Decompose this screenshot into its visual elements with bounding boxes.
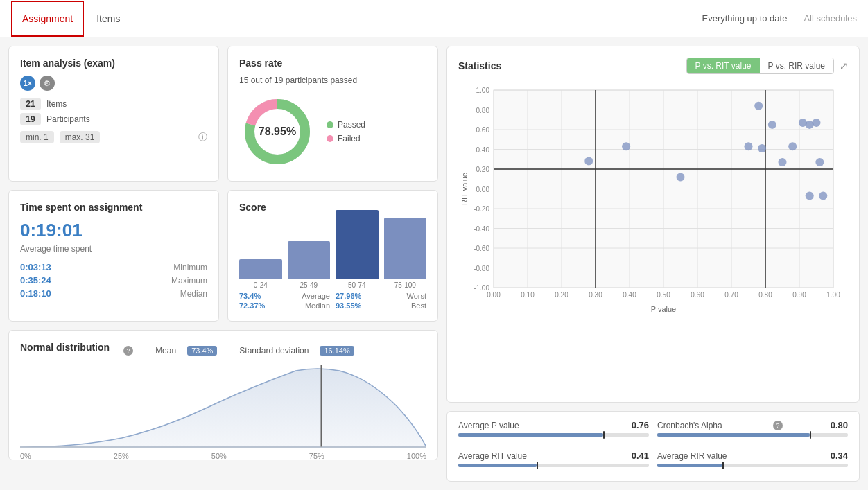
cronbach-fill xyxy=(657,433,810,437)
svg-text:0.60: 0.60 xyxy=(691,291,704,299)
btn-p-rir[interactable]: P vs. RIR value xyxy=(760,58,833,73)
statistics-header: Statistics P vs. RIT value P vs. RIR val… xyxy=(458,58,848,74)
score-worst-val: 27.96% xyxy=(336,292,361,300)
btn-p-rit[interactable]: P vs. RIT value xyxy=(687,58,760,73)
avg-rir-fill xyxy=(657,464,722,467)
range-row: min. 1 max. 31 ⓘ xyxy=(20,131,207,143)
svg-text:0.20: 0.20 xyxy=(476,166,490,173)
pass-rate-subtitle: 15 out of 19 participants passed xyxy=(239,76,426,85)
x-label-25: 25% xyxy=(114,452,129,460)
svg-text:0.20: 0.20 xyxy=(555,291,568,299)
legend-failed-label: Failed xyxy=(338,134,361,143)
score-title: Score xyxy=(239,202,426,213)
svg-text:-0.80: -0.80 xyxy=(474,265,489,272)
svg-text:-1.00: -1.00 xyxy=(474,284,489,292)
x-label-50: 50% xyxy=(211,452,227,460)
min-pill: min. 1 xyxy=(20,131,54,143)
svg-text:RIT value: RIT value xyxy=(460,173,469,205)
maximum-value: 0:35:24 xyxy=(20,275,51,286)
header: Assignment Items Everything up to date A… xyxy=(0,0,868,37)
all-schedules-link[interactable]: All schedules xyxy=(804,13,857,24)
items-count: 21 xyxy=(20,98,41,110)
toggle-group: P vs. RIT value P vs. RIR value xyxy=(686,58,834,74)
avg-rit-marker xyxy=(537,462,538,469)
bottom-stats: Average P value 0.76 Cronbach's Alpha ? … xyxy=(446,411,860,482)
tab-assignment[interactable]: Assignment xyxy=(11,1,84,37)
bar-0-24 xyxy=(239,259,282,279)
left-column: Item analysis (exam) 1× ⚙ 21 Items 19 Pa… xyxy=(8,46,438,482)
score-avg-val: 73.4% xyxy=(239,292,261,300)
bar-label-0-24: 0-24 xyxy=(254,281,268,289)
avg-p-fill xyxy=(458,433,603,437)
sd-value: 16.14% xyxy=(320,346,354,356)
svg-text:0.70: 0.70 xyxy=(724,291,738,299)
x-label-100: 100% xyxy=(407,452,426,460)
bar-label-75-100: 75-100 xyxy=(394,281,416,289)
main-content: Item analysis (exam) 1× ⚙ 21 Items 19 Pa… xyxy=(0,37,868,490)
scatter-dot-10 xyxy=(584,157,593,166)
svg-text:1.00: 1.00 xyxy=(826,291,840,299)
avg-p-marker xyxy=(603,431,605,439)
svg-text:0.10: 0.10 xyxy=(521,291,535,299)
score-row-2a: 72.37% Median xyxy=(239,301,330,310)
score-median-val: 72.37% xyxy=(239,301,265,310)
score-best-label: Best xyxy=(411,301,426,310)
maximum-label: Maximum xyxy=(171,276,207,286)
badge-settings: ⚙ xyxy=(40,76,55,91)
donut-chart: 78.95% xyxy=(239,94,315,170)
bar-group-75-100: 75-100 xyxy=(384,218,427,289)
svg-text:0.50: 0.50 xyxy=(657,291,670,299)
avg-rit-bar xyxy=(458,464,649,467)
info-icon[interactable]: ⓘ xyxy=(198,131,207,143)
minimum-label: Minimum xyxy=(173,263,207,272)
normal-help-icon[interactable]: ? xyxy=(123,346,133,356)
legend-passed-label: Passed xyxy=(338,120,365,130)
expand-icon[interactable]: ⤢ xyxy=(840,60,848,71)
scatter-dot-1 xyxy=(768,121,776,129)
score-data-rows: 73.4% Average 27.96% Worst 72.37% Median… xyxy=(239,292,426,310)
time-big-value: 0:19:01 xyxy=(20,220,207,241)
bar-group-25-49: 25-49 xyxy=(288,241,331,289)
bar-75-100 xyxy=(384,218,427,279)
minimum-value: 0:03:13 xyxy=(20,262,51,272)
svg-text:-0.20: -0.20 xyxy=(474,205,489,213)
normal-dist-chart: 0% 25% 50% 75% 100% xyxy=(20,365,426,448)
median-label: Median xyxy=(180,289,207,299)
score-bars: 0-2425-4950-7475-100 xyxy=(239,220,426,289)
items-row: 21 Items xyxy=(20,98,207,110)
donut-percentage: 78.95% xyxy=(259,125,296,138)
scatter-svg: 0.000.100.200.300.400.500.600.700.800.90… xyxy=(458,80,848,315)
score-card: Score 0-2425-4950-7475-100 73.4% Average… xyxy=(227,190,438,322)
svg-text:0.00: 0.00 xyxy=(487,291,501,299)
score-avg-label: Average xyxy=(302,292,330,300)
legend-failed: Failed xyxy=(327,134,365,143)
item-analysis-title: Item analysis (exam) xyxy=(20,58,207,69)
avg-rit-value: 0.41 xyxy=(632,450,649,461)
svg-text:0.40: 0.40 xyxy=(476,146,490,154)
time-median-row: 0:18:10 Median xyxy=(20,288,207,299)
scatter-dot-6 xyxy=(813,119,821,127)
tab-items[interactable]: Items xyxy=(87,2,130,35)
x-label-75: 75% xyxy=(309,452,324,460)
header-right: Everything up to date All schedules xyxy=(702,13,857,24)
time-spent-card: Time spent on assignment 0:19:01 Average… xyxy=(8,190,219,322)
pass-rate-card: Pass rate 15 out of 19 participants pass… xyxy=(227,46,438,182)
statistics-title: Statistics xyxy=(458,60,686,71)
median-value: 0:18:10 xyxy=(20,288,51,299)
avg-rir-label: Average RIR value xyxy=(657,451,727,461)
items-label: Items xyxy=(46,99,67,109)
avg-rir-bar xyxy=(657,464,848,467)
normal-title: Normal distribution xyxy=(20,342,110,353)
cronbach-help-icon[interactable]: ? xyxy=(773,421,783,430)
item-analysis-card: Item analysis (exam) 1× ⚙ 21 Items 19 Pa… xyxy=(8,46,219,182)
scatter-dot-0 xyxy=(754,102,763,110)
avg-rit-metric: Average RIT value 0.41 xyxy=(458,450,649,467)
bar-label-25-49: 25-49 xyxy=(300,281,318,289)
scatter-plot-container: 0.000.100.200.300.400.500.600.700.800.90… xyxy=(458,80,848,317)
avg-p-value-metric: Average P value 0.76 xyxy=(458,420,649,437)
scatter-dot-14 xyxy=(758,144,766,152)
svg-text:0.40: 0.40 xyxy=(623,291,636,299)
top-row: Item analysis (exam) 1× ⚙ 21 Items 19 Pa… xyxy=(8,46,438,182)
scatter-dot-3 xyxy=(788,142,797,150)
scatter-dot-8 xyxy=(622,142,630,150)
